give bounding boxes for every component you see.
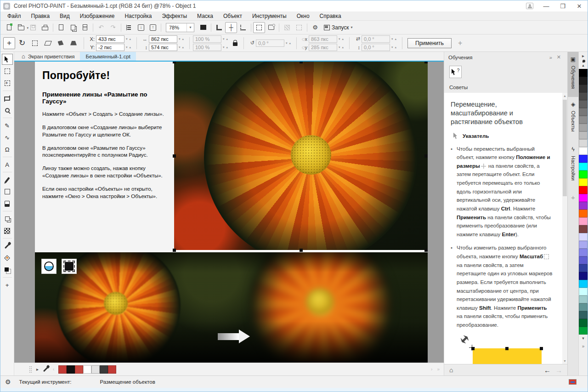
scroll-down-icon[interactable]: ▼ bbox=[563, 358, 566, 364]
whats-this-button[interactable]: ? bbox=[449, 66, 462, 78]
spinner[interactable] bbox=[126, 45, 133, 49]
color-swatch[interactable] bbox=[579, 178, 588, 186]
redo-button[interactable]: ↷ bbox=[107, 22, 119, 33]
image-color-swatch[interactable] bbox=[91, 365, 100, 374]
zoom-tool[interactable] bbox=[2, 105, 13, 116]
clip-mask-button[interactable] bbox=[281, 22, 293, 33]
launch-button[interactable]: Запуск ▾ bbox=[324, 24, 353, 31]
rectangle-mask-tool[interactable] bbox=[2, 66, 13, 77]
object-transparency-tool[interactable] bbox=[2, 213, 13, 224]
selection-handle[interactable] bbox=[300, 62, 303, 63]
menu-item[interactable]: Объект bbox=[218, 11, 247, 20]
rotate-button[interactable]: ↻ bbox=[16, 37, 28, 49]
color-swatch[interactable] bbox=[579, 280, 588, 288]
palette-scroll-up-icon[interactable]: ▴ bbox=[582, 62, 584, 69]
open-button[interactable] bbox=[15, 22, 27, 33]
color-swatch[interactable] bbox=[579, 233, 588, 241]
color-swatch[interactable] bbox=[579, 194, 588, 202]
grid-button[interactable]: ┼ bbox=[225, 22, 237, 33]
color-swatch[interactable] bbox=[579, 288, 588, 295]
color-swatch[interactable] bbox=[579, 327, 588, 335]
guidelines-button[interactable] bbox=[237, 22, 249, 33]
flower-image-before-after[interactable] bbox=[35, 252, 428, 363]
object-manager-button[interactable] bbox=[123, 22, 135, 33]
selection-handle[interactable] bbox=[173, 154, 176, 158]
color-swatch[interactable] bbox=[579, 131, 588, 139]
menu-item[interactable]: Изображение bbox=[75, 11, 120, 20]
color-swatch[interactable] bbox=[579, 116, 588, 124]
perspective-button[interactable] bbox=[68, 37, 79, 49]
color-swatch[interactable] bbox=[579, 210, 588, 217]
color-swatch[interactable] bbox=[579, 225, 588, 233]
selection-handle[interactable] bbox=[424, 249, 428, 252]
lock-ratio-button[interactable] bbox=[230, 38, 240, 49]
pick-tool[interactable] bbox=[2, 54, 13, 65]
position-size-button[interactable]: + bbox=[3, 37, 15, 49]
color-swatch[interactable] bbox=[579, 124, 588, 131]
undo-button[interactable]: ↶ bbox=[95, 22, 107, 33]
color-swatch[interactable] bbox=[579, 295, 588, 303]
image-color-swatch[interactable] bbox=[108, 365, 116, 374]
save-button[interactable] bbox=[27, 22, 39, 33]
x-position-input[interactable]: 433 пкс bbox=[96, 35, 124, 43]
palette-expand-icon[interactable]: » bbox=[582, 342, 585, 350]
color-swatch[interactable] bbox=[579, 241, 588, 249]
foreground-background-swatches[interactable] bbox=[2, 264, 13, 275]
object-marquee-button[interactable] bbox=[265, 22, 277, 33]
rulers-button[interactable] bbox=[213, 22, 225, 33]
add-tool-button[interactable]: + bbox=[2, 279, 13, 290]
color-swatch[interactable] bbox=[579, 170, 588, 178]
paste-button[interactable] bbox=[79, 22, 91, 33]
eraser-tool[interactable] bbox=[2, 198, 13, 209]
width-input[interactable]: 862 пкс bbox=[149, 35, 177, 43]
palette-expand-icon[interactable]: » bbox=[435, 367, 442, 372]
mask-transform-tool[interactable] bbox=[2, 78, 13, 89]
text-tool[interactable]: A bbox=[2, 159, 13, 170]
height-input[interactable]: 574 пкс bbox=[149, 44, 177, 51]
spinner[interactable] bbox=[179, 45, 186, 49]
color-swatch[interactable] bbox=[579, 264, 588, 272]
color-swatch[interactable] bbox=[579, 85, 588, 92]
color-swatch[interactable] bbox=[579, 77, 588, 85]
menu-item[interactable]: Окно bbox=[292, 11, 315, 20]
palette-next-icon[interactable]: › bbox=[429, 367, 435, 372]
minimize-button[interactable]: — bbox=[538, 0, 554, 11]
paint-tool[interactable]: ✎ bbox=[2, 120, 13, 131]
palette-flyout-icon[interactable]: ▸ bbox=[582, 52, 584, 60]
close-button[interactable]: ✕ bbox=[571, 0, 588, 11]
color-transparency-tool[interactable] bbox=[2, 225, 13, 236]
color-swatch[interactable] bbox=[579, 155, 588, 163]
touchup-brush-tool[interactable] bbox=[2, 174, 13, 185]
panel-scrollbar[interactable]: ▲ ▼ bbox=[562, 93, 567, 364]
canvas[interactable]: Попробуйте! Применение линзы «Размытие п… bbox=[14, 62, 444, 363]
color-swatch[interactable] bbox=[579, 92, 588, 100]
color-swatch[interactable] bbox=[579, 249, 588, 256]
crop-tool[interactable] bbox=[2, 93, 13, 104]
palette-prev-icon[interactable]: ‹ bbox=[51, 367, 57, 372]
rectangle-tool[interactable] bbox=[2, 186, 13, 197]
eyedropper-tool[interactable] bbox=[2, 240, 13, 251]
color-swatch[interactable] bbox=[579, 311, 588, 319]
selection-handle[interactable] bbox=[424, 154, 428, 158]
duplicate-button[interactable] bbox=[67, 22, 79, 33]
menu-item[interactable]: Справка bbox=[315, 11, 346, 20]
color-swatch[interactable] bbox=[579, 163, 588, 170]
selection-handle[interactable] bbox=[300, 249, 303, 252]
add-docker-button[interactable]: + bbox=[571, 193, 575, 201]
menu-item[interactable]: Правка bbox=[26, 11, 55, 20]
image-color-swatch[interactable] bbox=[83, 365, 91, 374]
gear-icon[interactable]: ⚙ bbox=[5, 378, 11, 386]
menu-item[interactable]: Файл bbox=[2, 11, 26, 20]
export-button[interactable]: ↑ bbox=[147, 22, 159, 33]
color-swatch[interactable] bbox=[579, 217, 588, 225]
color-swatch[interactable] bbox=[579, 256, 588, 264]
menu-item[interactable]: Маска bbox=[192, 11, 218, 20]
back-icon[interactable]: ← bbox=[544, 366, 551, 374]
color-swatch[interactable] bbox=[579, 69, 588, 77]
color-swatch[interactable] bbox=[579, 147, 588, 155]
zoom-level-combo[interactable]: 78% ▼ bbox=[166, 23, 194, 32]
docker-collapse-icon[interactable]: » bbox=[547, 55, 554, 60]
color-swatch[interactable] bbox=[579, 272, 588, 280]
menu-item[interactable]: Настройка bbox=[119, 11, 157, 20]
menu-item[interactable]: Эффекты bbox=[157, 11, 192, 20]
